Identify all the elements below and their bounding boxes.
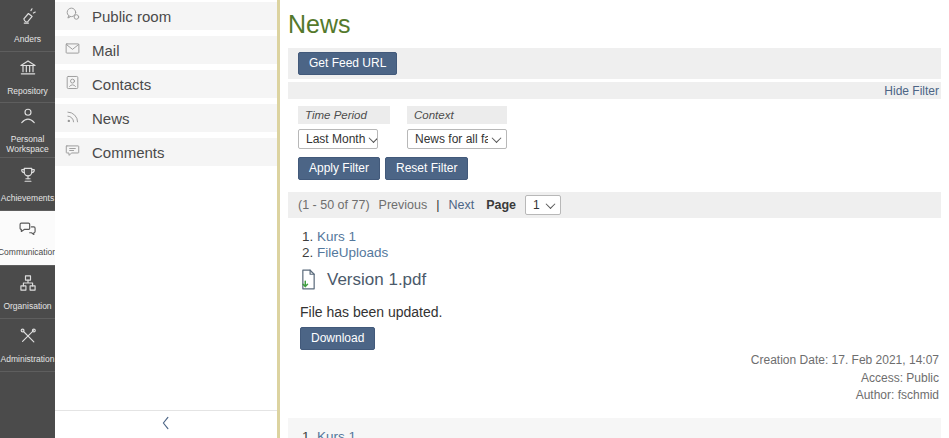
rss-icon [64,108,81,128]
breadcrumb: Kurs 1 FileUploads [300,429,939,438]
slate-item-label: Mail [92,42,120,59]
creation-date: Creation Date: 17. Feb 2021, 14:07 [300,352,939,370]
page-select-value: 1 [533,198,540,212]
news-item-meta: Creation Date: 17. Feb 2021, 14:07 Acces… [300,352,939,405]
apply-filter-button[interactable]: Apply Filter [298,157,380,180]
access: Access: Public [300,370,939,388]
breadcrumb-item: Kurs 1 [317,229,939,245]
mail-icon [64,40,81,60]
rail-item-label: Communication [0,247,59,257]
context-select[interactable]: News for all favourit [407,129,507,149]
reset-filter-button[interactable]: Reset Filter [385,157,468,180]
collapse-slate-button[interactable] [55,410,277,438]
toolbar: Get Feed URL [288,48,941,79]
filter-field-time-period: Time Period Last Month [298,106,390,149]
pagination-separator: | [436,198,439,212]
filter-field-label: Context [407,106,507,124]
news-item-description: File has been updated. [300,304,939,320]
breadcrumb-item: Kurs 1 [317,429,939,438]
news-item-title: Version 1.pdf [327,270,426,290]
chat-bubbles-icon [18,219,38,243]
author: Author: fschmid [300,387,939,405]
page-label: Page [486,198,516,212]
breadcrumb-link-fileuploads[interactable]: FileUploads [317,245,388,260]
main-icon-rail: Anders Repository Personal Workspace Ach… [0,0,55,438]
filter-field-label: Time Period [298,106,390,124]
chevron-left-icon [157,414,175,436]
breadcrumb-link-kurs1[interactable]: Kurs 1 [317,229,356,244]
anders-hand-icon [18,6,38,30]
slate-item-label: Comments [92,144,165,161]
rail-item-label: Repository [5,86,50,96]
filter-header: Hide Filter [288,82,941,99]
chevron-down-icon [546,199,556,209]
repository-building-icon [18,58,38,82]
next-page-link[interactable]: Next [448,198,474,212]
breadcrumb-item: FileUploads [317,245,939,261]
slate-item-comments[interactable]: Comments [55,138,277,166]
slate-item-label: Contacts [92,76,151,93]
slate-item-public-room[interactable]: Public room [55,2,277,30]
rail-item-label: Organisation [1,301,53,311]
pagination-range: (1 - 50 of 77) [298,198,370,212]
slate-item-mail[interactable]: Mail [55,36,277,64]
rail-item-organisation[interactable]: Organisation [0,266,55,319]
previous-page-link[interactable]: Previous [379,198,428,212]
rail-item-repository[interactable]: Repository [0,52,55,103]
rail-filler [0,372,55,438]
person-icon [18,106,38,130]
crossed-tools-icon [18,326,38,350]
hide-filter-link[interactable]: Hide Filter [884,84,939,98]
chevron-down-icon [492,133,502,143]
trophy-icon [18,165,38,189]
rail-item-label: Achievements [0,193,56,203]
slate-item-label: News [92,110,130,127]
news-item: Kurs 1 FileUploads Version 1.pdf File ha… [288,218,941,413]
contacts-card-icon [64,74,81,94]
rail-item-achievements[interactable]: Achievements [0,158,55,211]
filter-field-context: Context News for all favourit [407,106,507,149]
context-select-value: News for all favourit [415,132,488,146]
rail-item-personal-workspace[interactable]: Personal Workspace [0,103,55,158]
pagination-bar: (1 - 50 of 77) Previous | Next Page 1 [288,192,941,218]
rail-item-label: Anders [12,34,43,44]
org-chart-icon [18,273,38,297]
file-heading-row: Version 1.pdf [300,269,939,294]
communication-slate: Public room Mail Contacts News Comments [55,0,277,438]
news-item: Kurs 1 FileUploads [288,418,941,438]
rail-item-label: Personal Workspace [0,134,55,154]
breadcrumb-link-kurs1[interactable]: Kurs 1 [317,429,356,438]
rail-item-administration[interactable]: Administration [0,319,55,372]
time-period-select[interactable]: Last Month [298,129,378,149]
get-feed-url-button[interactable]: Get Feed URL [298,52,397,75]
file-download-icon [300,269,317,294]
chevron-down-icon [369,133,378,143]
rail-item-anders[interactable]: Anders [0,0,55,52]
rail-item-communication[interactable]: Communication [0,211,55,266]
filter-panel: Time Period Last Month Context News for … [288,99,941,188]
comments-bubble-icon [64,142,81,162]
slate-item-news[interactable]: News [55,104,277,132]
time-period-select-value: Last Month [306,132,365,146]
slate-item-label: Public room [92,8,171,25]
news-content-area: News Get Feed URL Hide Filter Time Perio… [280,0,949,438]
slate-item-contacts[interactable]: Contacts [55,70,277,98]
breadcrumb: Kurs 1 FileUploads [300,229,939,260]
public-room-icon [64,6,81,26]
page-select[interactable]: 1 [525,195,561,215]
page-title: News [288,10,941,39]
download-button[interactable]: Download [300,327,375,350]
rail-item-label: Administration [0,354,56,364]
